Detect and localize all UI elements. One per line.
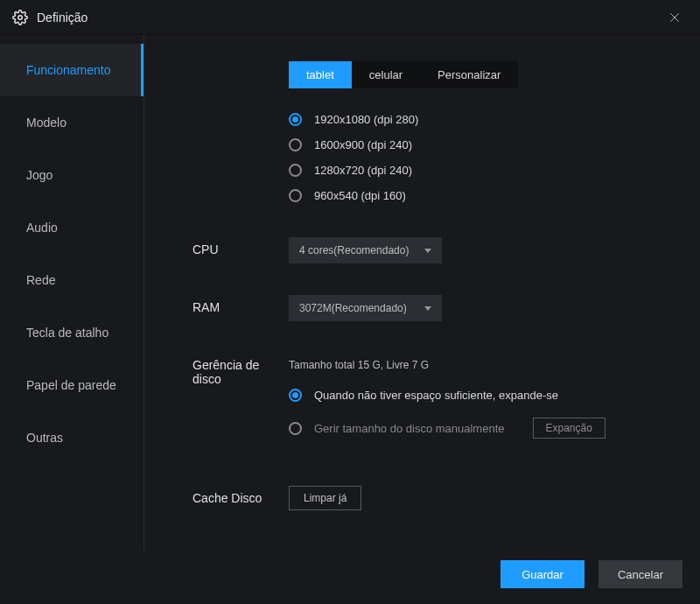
disk-info: Tamanho total 15 G, Livre 7 G [289, 353, 665, 371]
cpu-label: CPU [192, 237, 289, 256]
sidebar-item-rede[interactable]: Rede [0, 254, 144, 306]
resolution-option[interactable]: 1280x720 (dpi 240) [289, 164, 665, 177]
gear-icon [12, 10, 28, 25]
radio-icon [289, 113, 302, 126]
cpu-select[interactable]: 4 cores(Recomendado) [289, 237, 442, 263]
close-button[interactable] [662, 4, 688, 31]
chevron-down-icon [424, 249, 431, 253]
resolution-option[interactable]: 1600x900 (dpi 240) [289, 138, 665, 151]
chevron-down-icon [424, 306, 431, 311]
resolution-group: 1920x1080 (dpi 280) 1600x900 (dpi 240) 1… [289, 113, 665, 202]
disk-option-label: Gerir tamanho do disco manualmente [314, 422, 505, 435]
sidebar-item-tecla[interactable]: Tecla de atalho [0, 306, 144, 359]
disk-option-auto[interactable]: Quando não tiver espaço suficiente, expa… [289, 389, 665, 402]
radio-icon [289, 422, 302, 435]
cache-label: Cache Disco [192, 486, 289, 505]
sidebar-item-audio[interactable]: Audio [0, 201, 144, 254]
content-pane: tablet celular Personalizar 1920x1080 (d… [144, 35, 700, 551]
sidebar-item-label: Audio [26, 221, 58, 235]
cancel-button[interactable]: Cancelar [598, 560, 682, 588]
disk-option-manual[interactable]: Gerir tamanho do disco manualmente Expan… [289, 418, 665, 439]
cpu-select-value: 4 cores(Recomendado) [299, 244, 409, 256]
sidebar-item-label: Tecla de atalho [26, 326, 108, 340]
disk-option-label: Quando não tiver espaço suficiente, expa… [314, 389, 558, 402]
radio-icon [289, 138, 302, 151]
sidebar: Funcionamento Modelo Jogo Audio Rede Tec… [0, 35, 144, 551]
sidebar-item-papel[interactable]: Papel de parede [0, 359, 144, 411]
sidebar-item-label: Funcionamento [26, 63, 111, 77]
device-tabs: tablet celular Personalizar [289, 61, 518, 88]
sidebar-item-label: Modelo [26, 116, 66, 130]
window-title: Definição [37, 11, 662, 25]
svg-point-0 [18, 15, 23, 19]
resolution-option[interactable]: 960x540 (dpi 160) [289, 189, 665, 202]
resolution-label: 960x540 (dpi 160) [314, 189, 406, 202]
tab-tablet[interactable]: tablet [289, 61, 352, 88]
ram-select-value: 3072M(Recomendado) [299, 302, 407, 314]
sidebar-item-label: Rede [26, 273, 55, 287]
radio-icon [289, 389, 302, 402]
sidebar-item-modelo[interactable]: Modelo [0, 96, 144, 149]
sidebar-item-label: Jogo [26, 168, 52, 182]
sidebar-item-outras[interactable]: Outras [0, 411, 144, 464]
sidebar-item-label: Outras [26, 431, 63, 445]
tab-personalizar[interactable]: Personalizar [420, 61, 518, 88]
resolution-label: 1600x900 (dpi 240) [314, 138, 412, 151]
disk-label: Gerência de disco [192, 353, 289, 386]
clear-cache-button[interactable]: Limpar já [289, 486, 361, 510]
tab-celular[interactable]: celular [352, 61, 420, 88]
titlebar: Definição [0, 0, 700, 35]
radio-icon [289, 189, 302, 202]
expand-button[interactable]: Expanção [533, 418, 606, 439]
radio-icon [289, 164, 302, 177]
ram-select[interactable]: 3072M(Recomendado) [289, 295, 442, 321]
footer: Guardar Cancelar [500, 560, 682, 588]
resolution-label: 1920x1080 (dpi 280) [314, 113, 418, 126]
sidebar-item-jogo[interactable]: Jogo [0, 149, 144, 201]
sidebar-item-funcionamento[interactable]: Funcionamento [0, 44, 144, 96]
resolution-label: 1280x720 (dpi 240) [314, 164, 412, 177]
sidebar-item-label: Papel de parede [26, 378, 116, 392]
save-button[interactable]: Guardar [500, 560, 584, 588]
resolution-option[interactable]: 1920x1080 (dpi 280) [289, 113, 665, 126]
ram-label: RAM [192, 295, 289, 314]
